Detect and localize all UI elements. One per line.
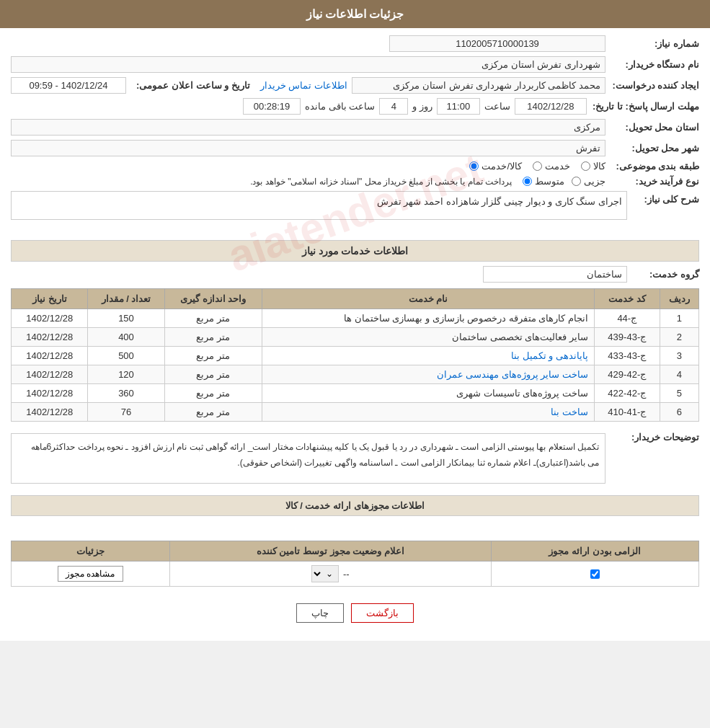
cell-date: 1402/12/28	[12, 328, 88, 347]
purchase-radio-group: جزیی متوسط	[523, 176, 605, 187]
services-section-header: اطلاعات خدمات مورد نیاز	[11, 240, 699, 262]
purchase-motavas-label: متوسط	[535, 176, 564, 187]
cell-code: ج-41-410	[595, 403, 660, 422]
need-number-row: شماره نیاز: 1102005710000139	[11, 35, 699, 52]
bottom-buttons: بازگشت چاپ	[11, 592, 699, 634]
permit-required-checkbox[interactable]	[590, 569, 600, 579]
response-deadline-row: مهلت ارسال پاسخ: تا تاریخ: 1402/12/28 سا…	[11, 98, 699, 115]
col-required: الزامی بودن ارائه مجوز	[491, 541, 698, 561]
cell-code: ج-43-439	[595, 328, 660, 347]
cell-qty: 150	[88, 309, 164, 328]
cell-name: پایاندهی و تکمیل بنا	[262, 347, 594, 365]
purchase-jozi-radio[interactable]	[572, 177, 581, 186]
category-khedmat-radio[interactable]	[533, 161, 542, 171]
category-radio-group: کالا خدمت کالا/خدمت	[469, 161, 605, 172]
services-table-row: 6 ج-41-410 ساخت بنا متر مربع 76 1402/12/…	[12, 403, 699, 422]
response-days-label: روز و	[412, 101, 432, 112]
cell-name: انجام کارهای متفرقه درخصوص بازسازی و بهس…	[262, 309, 594, 328]
purchase-type-row: نوع فرآیند خرید: جزیی متوسط پرداخت تمام …	[11, 176, 699, 187]
creator-row: ایجاد کننده درخواست: محمد کاظمی کاربردار…	[11, 77, 699, 94]
purchase-motavas-radio[interactable]	[523, 177, 532, 186]
cell-row: 6	[660, 403, 698, 422]
cell-date: 1402/12/28	[12, 309, 88, 328]
cell-qty: 360	[88, 384, 164, 403]
cell-code: ج-42-422	[595, 384, 660, 403]
cell-row: 1	[660, 309, 698, 328]
purchase-type-label: نوع فرآیند خرید:	[605, 176, 699, 187]
buyer-notes-row: توضیحات خریدار: تکمیل استعلام بها پیوستی…	[11, 427, 699, 489]
col-qty: تعداد / مقدار	[88, 289, 164, 309]
purchase-jozi-label: جزیی	[584, 176, 605, 187]
col-status: اعلام وضعیت مجوز توسط تامین کننده	[169, 541, 491, 561]
description-text: اجرای سنگ کاری و دیوار چینی گلزار شاهزاد…	[11, 191, 627, 220]
cell-date: 1402/12/28	[12, 365, 88, 384]
back-button[interactable]: بازگشت	[351, 603, 414, 623]
response-time: 11:00	[437, 98, 480, 115]
buyer-org-row: نام دستگاه خریدار: شهرداری تفرش استان مر…	[11, 56, 699, 73]
col-code: کد خدمت	[595, 289, 660, 309]
category-label: طبقه بندی موضوعی:	[605, 161, 699, 172]
cell-qty: 120	[88, 365, 164, 384]
services-table-row: 3 ج-43-433 پایاندهی و تکمیل بنا متر مربع…	[12, 347, 699, 365]
response-days: 4	[379, 98, 408, 115]
creator-contact-link[interactable]: اطلاعات تماس خریدار	[260, 80, 347, 91]
purchase-jozi: جزیی	[572, 176, 605, 187]
need-number-value: 1102005710000139	[389, 35, 605, 52]
buyer-notes-text: تکمیل استعلام بها پیوستی الزامی است ـ شه…	[11, 433, 605, 484]
category-kala-khedmat-radio[interactable]	[469, 161, 479, 171]
category-khedmat: خدمت	[533, 161, 570, 172]
city-row: شهر محل تحویل: تفرش	[11, 140, 699, 156]
permit-status-cell: -- ⌄	[169, 561, 491, 587]
services-table-row: 5 ج-42-422 ساخت پروژه‌های تاسیسات شهری م…	[12, 384, 699, 403]
response-inline: 1402/12/28 ساعت 11:00 روز و 4 ساعت باقی …	[11, 98, 587, 115]
view-permit-button[interactable]: مشاهده مجوز	[58, 566, 123, 582]
permit-status-select[interactable]: ⌄	[311, 565, 339, 582]
province-row: استان محل تحویل: مرکزی	[11, 119, 699, 136]
cell-unit: متر مربع	[164, 365, 262, 384]
cell-qty: 76	[88, 403, 164, 422]
cell-name: ساخت سایر پروژه‌های مهندسی عمران	[262, 365, 594, 384]
col-unit: واحد اندازه گیری	[164, 289, 262, 309]
category-kala-radio[interactable]	[581, 161, 590, 171]
col-details: جزئیات	[12, 541, 170, 561]
permits-table: الزامی بودن ارائه مجوز اعلام وضعیت مجوز …	[11, 541, 699, 587]
response-deadline-label: مهلت ارسال پاسخ: تا تاریخ:	[587, 101, 699, 112]
description-box: شرح کلی نیاز: اجرای سنگ کاری و دیوار چین…	[11, 191, 699, 220]
page-title: جزئیات اطلاعات نیاز	[306, 8, 404, 20]
services-table-row: 2 ج-43-439 سایر فعالیت‌های تخصصی ساختمان…	[12, 328, 699, 347]
buyer-notes-label: توضیحات خریدار:	[605, 427, 699, 443]
cell-unit: متر مربع	[164, 347, 262, 365]
services-table-row: 1 ج-44 انجام کارهای متفرقه درخصوص بازساز…	[12, 309, 699, 328]
city-label: شهر محل تحویل:	[605, 143, 699, 154]
cell-date: 1402/12/28	[12, 403, 88, 422]
response-remaining: 00:28:19	[243, 98, 301, 115]
purchase-type-content: جزیی متوسط پرداخت تمام یا بخشی از مبلغ خ…	[11, 176, 605, 187]
category-row: طبقه بندی موضوعی: کالا خدمت کالا/خدمت	[11, 161, 699, 172]
permit-required-checkbox-wrapper	[497, 569, 693, 579]
announcement-date-label: تاریخ و ساعت اعلان عمومی:	[130, 80, 256, 91]
cell-row: 4	[660, 365, 698, 384]
main-content: شماره نیاز: 1102005710000139 نام دستگاه …	[0, 28, 710, 641]
cell-unit: متر مربع	[164, 384, 262, 403]
cell-unit: متر مربع	[164, 309, 262, 328]
buyer-org-value: شهرداری تفرش استان مرکزی	[11, 56, 605, 73]
purchase-motavas: متوسط	[523, 176, 564, 187]
cell-unit: متر مربع	[164, 328, 262, 347]
group-service-row: گروه خدمت: ساختمان	[11, 266, 699, 283]
cell-row: 5	[660, 384, 698, 403]
city-value: تفرش	[11, 140, 605, 156]
category-kala-khedmat-label: کالا/خدمت	[482, 161, 522, 172]
cell-row: 2	[660, 328, 698, 347]
announcement-date-value: 1402/12/24 - 09:59	[11, 77, 126, 94]
response-remaining-label: ساعت باقی مانده	[305, 101, 375, 112]
province-label: استان محل تحویل:	[605, 122, 699, 133]
print-button[interactable]: چاپ	[296, 603, 344, 623]
category-khedmat-label: خدمت	[545, 161, 570, 172]
response-date: 1402/12/28	[515, 98, 587, 115]
creator-fields: محمد کاظمی کاربردار شهرداری تفرش استان م…	[11, 77, 605, 94]
permits-section: اطلاعات مجوزهای ارائه خدمت / کالا الزامی…	[11, 495, 699, 587]
permit-required-cell	[491, 561, 698, 587]
cell-name: ساخت پروژه‌های تاسیسات شهری	[262, 384, 594, 403]
cell-qty: 400	[88, 328, 164, 347]
cell-code: ج-44	[595, 309, 660, 328]
